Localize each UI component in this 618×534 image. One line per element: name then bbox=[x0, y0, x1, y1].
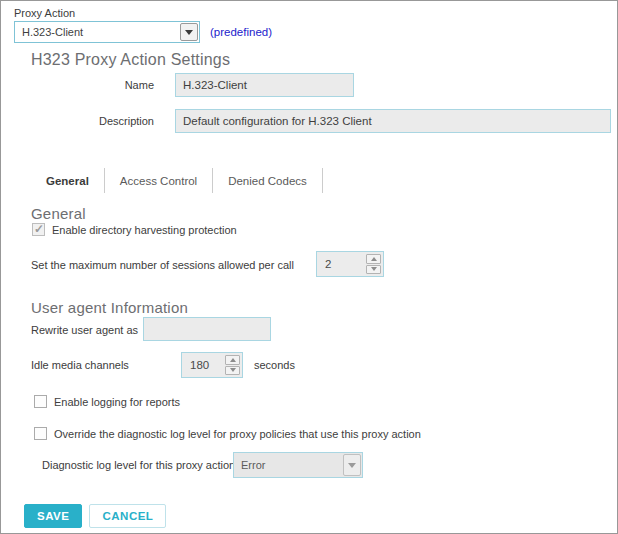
name-label: Name bbox=[61, 79, 154, 91]
spin-up-button[interactable] bbox=[366, 254, 381, 264]
max-sessions-spin-buttons bbox=[366, 254, 381, 274]
predefined-note: (predefined) bbox=[210, 26, 272, 38]
directory-harvesting-checkbox bbox=[32, 223, 45, 236]
general-section-heading: General bbox=[31, 205, 86, 222]
override-diag-checkbox[interactable] bbox=[34, 427, 47, 440]
action-button-row: SAVE CANCEL bbox=[24, 504, 166, 528]
diag-level-select: Error bbox=[233, 452, 363, 478]
proxy-action-settings-page: Proxy Action H.323-Client (predefined) H… bbox=[0, 0, 618, 534]
description-label: Description bbox=[61, 115, 154, 127]
rewrite-user-agent-label: Rewrite user agent as bbox=[31, 324, 138, 336]
diag-level-label: Diagnostic log level for this proxy acti… bbox=[42, 459, 235, 471]
max-sessions-value: 2 bbox=[317, 252, 364, 276]
user-agent-section-heading: User agent Information bbox=[31, 299, 188, 316]
directory-harvesting-label: Enable directory harvesting protection bbox=[52, 224, 237, 236]
diag-level-select-value: Error bbox=[234, 453, 342, 477]
proxy-action-select-value: H.323-Client bbox=[15, 22, 179, 42]
arrow-down-icon bbox=[230, 368, 236, 372]
spin-down-button[interactable] bbox=[225, 366, 240, 376]
harvesting-check-row: Enable directory harvesting protection bbox=[32, 223, 237, 236]
arrow-up-icon bbox=[371, 257, 377, 261]
enable-logging-checkbox[interactable] bbox=[34, 395, 47, 408]
max-sessions-stepper[interactable]: 2 bbox=[316, 251, 384, 277]
arrow-down-icon bbox=[371, 267, 377, 271]
enable-logging-check-row: Enable logging for reports bbox=[34, 395, 180, 408]
proxy-action-select[interactable]: H.323-Client bbox=[14, 21, 200, 43]
arrow-up-icon bbox=[230, 358, 236, 362]
idle-media-channels-unit: seconds bbox=[254, 359, 295, 371]
name-input[interactable] bbox=[175, 73, 354, 97]
save-button[interactable]: SAVE bbox=[24, 504, 82, 528]
idle-media-channels-label: Idle media channels bbox=[31, 359, 129, 371]
override-diag-label: Override the diagnostic log level for pr… bbox=[54, 428, 421, 440]
diag-level-select-arrow-button bbox=[343, 454, 361, 476]
proxy-action-select-arrow-button[interactable] bbox=[180, 23, 198, 41]
page-title: H323 Proxy Action Settings bbox=[31, 51, 230, 69]
tab-bar: General Access Control Denied Codecs bbox=[31, 167, 323, 194]
tab-access-control[interactable]: Access Control bbox=[105, 168, 213, 193]
rewrite-user-agent-input[interactable] bbox=[143, 317, 271, 341]
tab-general[interactable]: General bbox=[31, 168, 105, 193]
proxy-action-label: Proxy Action bbox=[14, 7, 75, 19]
cancel-button[interactable]: CANCEL bbox=[89, 504, 166, 528]
description-input[interactable] bbox=[175, 109, 611, 133]
idle-media-channels-stepper[interactable]: 180 bbox=[181, 352, 243, 378]
enable-logging-label: Enable logging for reports bbox=[54, 396, 180, 408]
spin-down-button[interactable] bbox=[366, 265, 381, 275]
spin-up-button[interactable] bbox=[225, 355, 240, 365]
chevron-down-icon bbox=[348, 463, 356, 468]
override-diag-check-row: Override the diagnostic log level for pr… bbox=[34, 427, 421, 440]
idle-media-spin-buttons bbox=[225, 355, 240, 375]
tab-denied-codecs[interactable]: Denied Codecs bbox=[213, 168, 323, 193]
max-sessions-label: Set the maximum number of sessions allow… bbox=[31, 259, 294, 271]
idle-media-channels-value: 180 bbox=[182, 353, 223, 377]
chevron-down-icon bbox=[185, 30, 193, 35]
